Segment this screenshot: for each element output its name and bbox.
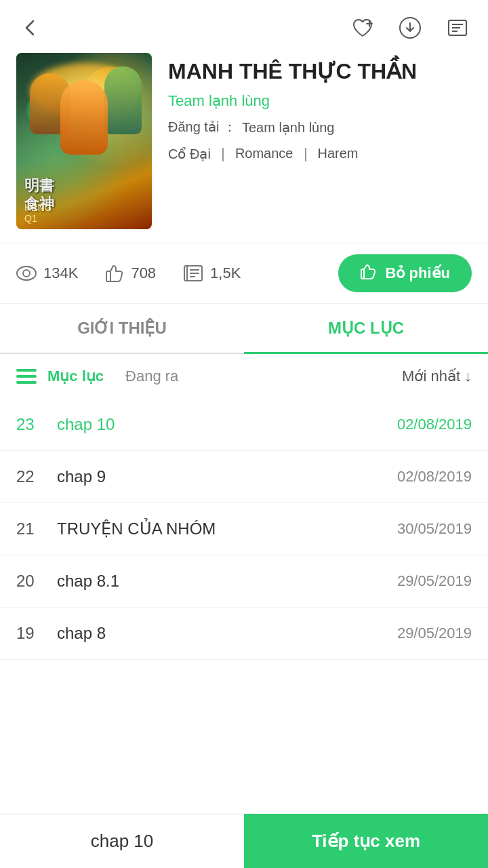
- like-icon[interactable]: [348, 14, 377, 42]
- tab-toc-label: MỤC LỤC: [328, 319, 404, 337]
- chapter-name: chap 8.1: [57, 572, 397, 591]
- edit-icon[interactable]: [443, 14, 472, 42]
- likes-stat: 708: [105, 264, 156, 282]
- chapter-date: 29/05/2019: [397, 572, 472, 590]
- chapter-number: 19: [16, 624, 57, 643]
- chapter-status[interactable]: Đang ra: [125, 368, 178, 385]
- bottom-chapter-label: chap 10: [0, 814, 244, 868]
- chapter-sort[interactable]: Mới nhất ↓: [402, 368, 472, 385]
- bookmark-icon: [183, 264, 203, 282]
- chapter-date: 02/08/2019: [397, 416, 472, 433]
- chapter-row[interactable]: 22chap 902/08/2019: [0, 451, 488, 503]
- chapter-date: 29/05/2019: [397, 625, 472, 642]
- thumb-up-icon: [105, 264, 124, 282]
- tag-harem[interactable]: Harem: [318, 146, 359, 161]
- chapter-row[interactable]: 20chap 8.129/05/2019: [0, 555, 488, 608]
- chapter-name: chap 10: [57, 415, 397, 434]
- chapter-list-header: Mục lục Đang ra Mới nhất ↓: [0, 354, 488, 399]
- chapter-number: 23: [16, 415, 57, 434]
- eye-icon: [16, 265, 37, 281]
- svg-point-8: [23, 270, 30, 277]
- uploader-name: Team lạnh lùng: [242, 119, 335, 136]
- chapter-row[interactable]: 23chap 1002/08/2019: [0, 399, 488, 451]
- tab-intro-label: GIỚI THIỆU: [77, 319, 167, 337]
- chapter-name: chap 9: [57, 467, 397, 486]
- stats-row: 134K 708 1,5K Bỏ phiếu: [0, 243, 488, 304]
- views-count: 134K: [43, 264, 78, 282]
- chapter-name: TRUYỆN CỦA NHÓM: [57, 519, 397, 538]
- tab-intro[interactable]: GIỚI THIỆU: [0, 304, 244, 353]
- views-stat: 134K: [16, 264, 78, 282]
- bottom-chapter-text: chap 10: [91, 831, 154, 852]
- svg-point-7: [17, 267, 36, 280]
- tag-romance[interactable]: Romance: [235, 146, 293, 161]
- tag-divider-2: ｜: [299, 144, 312, 163]
- tag-divider-1: ｜: [216, 144, 230, 163]
- download-icon[interactable]: [396, 14, 424, 42]
- chapters-stat: 1,5K: [183, 264, 241, 282]
- continue-btn-label: Tiếp tục xem: [312, 831, 420, 852]
- chapter-name: chap 8: [57, 624, 397, 643]
- continue-reading-button[interactable]: Tiếp tục xem: [244, 814, 488, 868]
- chapter-number: 21: [16, 519, 57, 538]
- vote-btn-label: Bỏ phiếu: [386, 264, 450, 282]
- book-cover: 明書食神 HENGQ1: [16, 53, 152, 229]
- chapters-count: 1,5K: [210, 264, 241, 282]
- menu-icon[interactable]: [16, 369, 37, 384]
- bottom-bar: chap 10 Tiếp tục xem: [0, 814, 488, 868]
- vote-button[interactable]: Bỏ phiếu: [338, 254, 472, 292]
- book-info-section: 明書食神 HENGQ1 MANH THÊ THỰC THẦN Team lạnh…: [0, 53, 488, 243]
- top-navigation: [0, 0, 488, 53]
- book-title: MANH THÊ THỰC THẦN: [168, 58, 472, 84]
- chapter-list: 23chap 1002/08/201922chap 902/08/201921T…: [0, 399, 488, 660]
- chapter-row[interactable]: 21TRUYỆN CỦA NHÓM30/05/2019: [0, 503, 488, 555]
- book-details: MANH THÊ THỰC THẦN Team lạnh lùng Đăng t…: [168, 53, 472, 229]
- tab-bar: GIỚI THIỆU MỤC LỤC: [0, 304, 488, 354]
- chapter-filter-label[interactable]: Mục lục: [47, 368, 104, 385]
- sort-label: Mới nhất: [402, 368, 460, 385]
- upload-label: Đăng tải ：: [168, 118, 237, 136]
- tag-co-dai[interactable]: Cổ Đại: [168, 146, 211, 162]
- chapter-date: 30/05/2019: [397, 520, 472, 538]
- back-button[interactable]: [16, 14, 45, 42]
- chapter-number: 20: [16, 572, 57, 591]
- book-team[interactable]: Team lạnh lùng: [168, 92, 472, 110]
- sort-icon: ↓: [464, 368, 472, 385]
- likes-count: 708: [131, 264, 156, 282]
- chapter-date: 02/08/2019: [397, 468, 472, 486]
- chapter-number: 22: [16, 467, 57, 486]
- book-tags: Cổ Đại ｜ Romance ｜ Harem: [168, 144, 472, 163]
- book-uploader: Đăng tải ： Team lạnh lùng: [168, 118, 472, 136]
- vote-icon: [360, 264, 379, 283]
- chapter-row[interactable]: 19chap 829/05/2019: [0, 608, 488, 660]
- tab-toc[interactable]: MỤC LỤC: [244, 304, 488, 353]
